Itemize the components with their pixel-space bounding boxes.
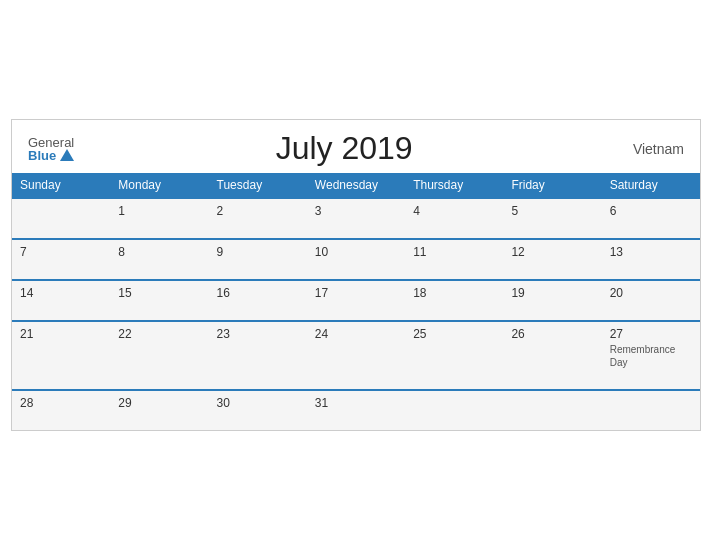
calendar-day-cell: 2	[209, 198, 307, 239]
calendar-day-cell: 8	[110, 239, 208, 280]
day-number: 5	[511, 204, 518, 218]
header-sunday: Sunday	[12, 173, 110, 198]
calendar-day-cell: 20	[602, 280, 700, 321]
calendar-day-cell: 9	[209, 239, 307, 280]
day-number: 28	[20, 396, 33, 410]
header-friday: Friday	[503, 173, 601, 198]
day-number: 9	[217, 245, 224, 259]
day-number: 1	[118, 204, 125, 218]
calendar-day-cell: 23	[209, 321, 307, 390]
header-saturday: Saturday	[602, 173, 700, 198]
calendar-header: General Blue July 2019 Vietnam	[12, 120, 700, 173]
calendar-week-row: 78910111213	[12, 239, 700, 280]
calendar-day-cell: 1	[110, 198, 208, 239]
calendar-day-cell: 17	[307, 280, 405, 321]
day-number: 17	[315, 286, 328, 300]
day-number: 29	[118, 396, 131, 410]
header-monday: Monday	[110, 173, 208, 198]
calendar-day-cell	[602, 390, 700, 430]
day-number: 2	[217, 204, 224, 218]
calendar-week-row: 28293031	[12, 390, 700, 430]
calendar-day-cell: 3	[307, 198, 405, 239]
day-number: 16	[217, 286, 230, 300]
day-number: 22	[118, 327, 131, 341]
day-number: 27	[610, 327, 623, 341]
calendar-day-cell: 11	[405, 239, 503, 280]
logo: General Blue	[28, 136, 74, 162]
day-number: 7	[20, 245, 27, 259]
calendar-title: July 2019	[74, 130, 614, 167]
calendar-day-cell: 12	[503, 239, 601, 280]
day-number: 3	[315, 204, 322, 218]
day-number: 26	[511, 327, 524, 341]
calendar-day-cell: 28	[12, 390, 110, 430]
header-thursday: Thursday	[405, 173, 503, 198]
calendar-day-cell: 15	[110, 280, 208, 321]
logo-general-text: General	[28, 136, 74, 149]
calendar-day-cell: 27Remembrance Day	[602, 321, 700, 390]
day-number: 20	[610, 286, 623, 300]
day-number: 4	[413, 204, 420, 218]
calendar-day-cell	[503, 390, 601, 430]
calendar-day-cell: 5	[503, 198, 601, 239]
calendar-day-cell: 30	[209, 390, 307, 430]
day-number: 14	[20, 286, 33, 300]
country-name: Vietnam	[614, 141, 684, 157]
day-number: 18	[413, 286, 426, 300]
logo-triangle-icon	[60, 149, 74, 161]
calendar-day-cell: 6	[602, 198, 700, 239]
calendar-day-cell: 13	[602, 239, 700, 280]
calendar-day-cell: 31	[307, 390, 405, 430]
day-number: 13	[610, 245, 623, 259]
calendar-day-cell: 16	[209, 280, 307, 321]
day-number: 15	[118, 286, 131, 300]
calendar-day-cell: 4	[405, 198, 503, 239]
calendar-week-row: 123456	[12, 198, 700, 239]
calendar-week-row: 14151617181920	[12, 280, 700, 321]
calendar-day-cell	[12, 198, 110, 239]
calendar-day-cell: 19	[503, 280, 601, 321]
day-number: 8	[118, 245, 125, 259]
calendar-day-cell	[405, 390, 503, 430]
day-number: 25	[413, 327, 426, 341]
calendar-day-cell: 21	[12, 321, 110, 390]
day-number: 23	[217, 327, 230, 341]
weekday-header-row: Sunday Monday Tuesday Wednesday Thursday…	[12, 173, 700, 198]
header-wednesday: Wednesday	[307, 173, 405, 198]
calendar-table: Sunday Monday Tuesday Wednesday Thursday…	[12, 173, 700, 430]
calendar-day-cell: 26	[503, 321, 601, 390]
day-number: 10	[315, 245, 328, 259]
day-number: 19	[511, 286, 524, 300]
calendar-day-cell: 25	[405, 321, 503, 390]
day-number: 6	[610, 204, 617, 218]
calendar-day-cell: 29	[110, 390, 208, 430]
day-number: 30	[217, 396, 230, 410]
calendar-day-cell: 14	[12, 280, 110, 321]
calendar-day-cell: 24	[307, 321, 405, 390]
calendar-week-row: 21222324252627Remembrance Day	[12, 321, 700, 390]
day-number: 12	[511, 245, 524, 259]
calendar-day-cell: 10	[307, 239, 405, 280]
calendar-day-cell: 18	[405, 280, 503, 321]
logo-blue-text: Blue	[28, 149, 74, 162]
holiday-name: Remembrance Day	[610, 343, 692, 369]
day-number: 31	[315, 396, 328, 410]
day-number: 11	[413, 245, 426, 259]
calendar-day-cell: 22	[110, 321, 208, 390]
calendar-container: General Blue July 2019 Vietnam Sunday Mo…	[11, 119, 701, 431]
day-number: 24	[315, 327, 328, 341]
calendar-day-cell: 7	[12, 239, 110, 280]
header-tuesday: Tuesday	[209, 173, 307, 198]
day-number: 21	[20, 327, 33, 341]
